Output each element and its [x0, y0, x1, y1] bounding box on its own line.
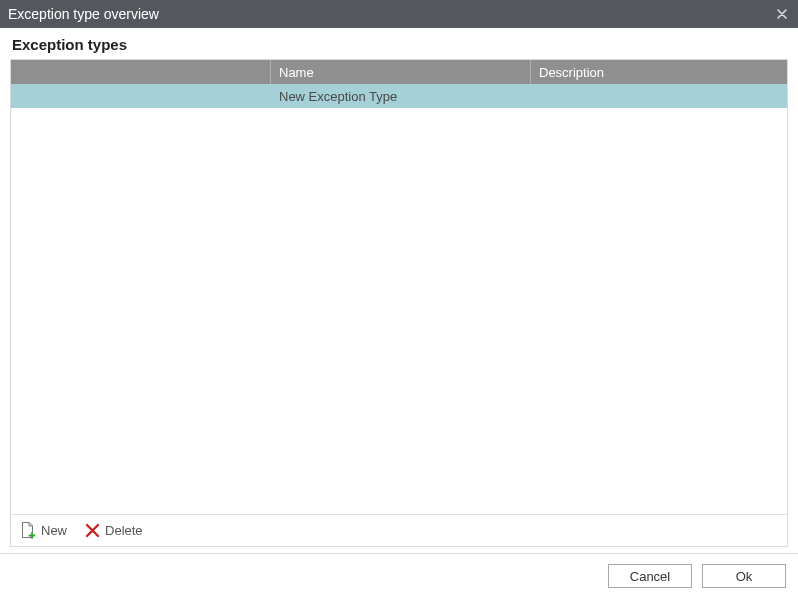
delete-x-icon — [85, 523, 100, 538]
new-button-label: New — [41, 523, 67, 538]
grid-header-name[interactable]: Name — [271, 60, 531, 84]
grid-header-blank[interactable] — [11, 60, 271, 84]
exception-types-grid: Name Description New Exception Type New — [10, 59, 788, 547]
section-title: Exception types — [0, 28, 798, 59]
cancel-button[interactable]: Cancel — [608, 564, 692, 588]
dialog-footer: Cancel Ok — [0, 553, 798, 588]
grid-header-description[interactable]: Description — [531, 60, 787, 84]
delete-button[interactable]: Delete — [85, 523, 143, 538]
ok-button[interactable]: Ok — [702, 564, 786, 588]
close-icon[interactable] — [774, 6, 790, 22]
grid-header: Name Description — [11, 60, 787, 84]
grid-body[interactable]: New Exception Type — [11, 84, 787, 514]
row-name-cell[interactable]: New Exception Type — [271, 89, 531, 104]
new-button[interactable]: New — [21, 522, 67, 539]
grid-toolbar: New Delete — [11, 514, 787, 546]
delete-button-label: Delete — [105, 523, 143, 538]
new-document-icon — [21, 522, 36, 539]
table-row[interactable]: New Exception Type — [11, 84, 787, 108]
titlebar: Exception type overview — [0, 0, 798, 28]
window-title: Exception type overview — [8, 6, 159, 22]
